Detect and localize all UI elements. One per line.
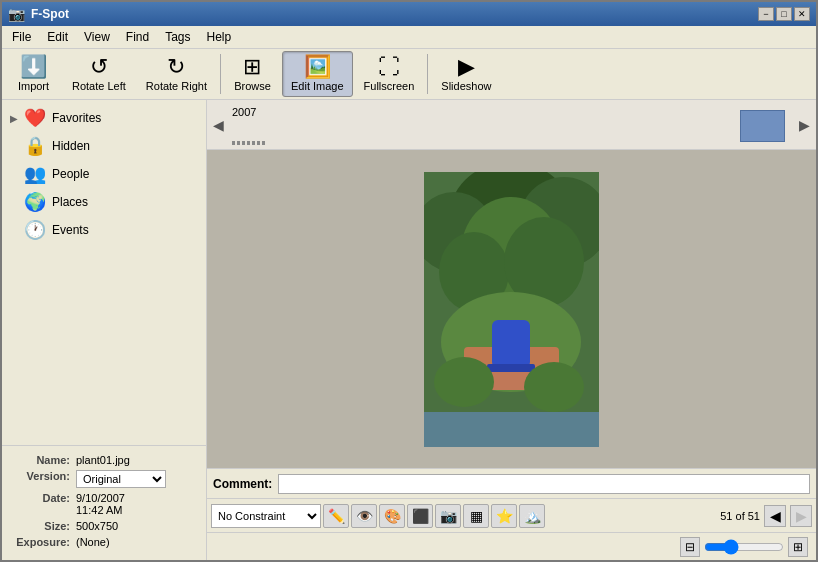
- fullscreen-label: Fullscreen: [364, 80, 415, 92]
- comment-label: Comment:: [213, 477, 272, 491]
- crop-icon: ⬛: [412, 508, 429, 524]
- page-info: 51 of 51 ◀ ▶: [720, 505, 812, 527]
- tool-sharpen[interactable]: 📷: [435, 504, 461, 528]
- edit-image-button[interactable]: 🖼️ Edit Image: [282, 51, 353, 97]
- rotate-right-label: Rotate Right: [146, 80, 207, 92]
- places-icon: 🌍: [24, 191, 46, 213]
- version-select[interactable]: Original: [76, 470, 166, 488]
- zoom-slider[interactable]: [704, 540, 784, 554]
- tool-color[interactable]: 🎨: [379, 504, 405, 528]
- timeline-selected-range[interactable]: [740, 110, 785, 142]
- menu-tags[interactable]: Tags: [159, 28, 196, 46]
- constraint-select[interactable]: No Constraint: [211, 504, 321, 528]
- name-label: Name:: [10, 454, 70, 466]
- zoom-out-button[interactable]: ⊟: [680, 537, 700, 557]
- tick-1: [232, 141, 235, 145]
- title-bar: 📷 F-Spot − □ ✕: [2, 2, 816, 26]
- menu-help[interactable]: Help: [201, 28, 238, 46]
- tool-grid[interactable]: ▦: [463, 504, 489, 528]
- menu-edit[interactable]: Edit: [41, 28, 74, 46]
- tool-crop[interactable]: ⬛: [407, 504, 433, 528]
- timeline-bar: ◀ 2007 ▶: [207, 100, 816, 150]
- sidebar-item-people[interactable]: ▶ 👥 People: [6, 160, 202, 188]
- version-label: Version:: [10, 470, 70, 482]
- timeline-scroll-left[interactable]: ◀: [209, 117, 228, 133]
- version-row: Version: Original: [10, 470, 198, 488]
- toolbar-separator-1: [220, 54, 221, 94]
- svg-rect-10: [487, 364, 535, 372]
- close-button[interactable]: ✕: [794, 7, 810, 21]
- maximize-button[interactable]: □: [776, 7, 792, 21]
- color-icon: 🎨: [384, 508, 401, 524]
- prev-button[interactable]: ◀: [764, 505, 786, 527]
- timeline-year: 2007: [232, 106, 256, 118]
- size-row: Size: 500x750: [10, 520, 198, 532]
- fullscreen-button[interactable]: ⛶ Fullscreen: [355, 51, 424, 97]
- tool-mountain[interactable]: 🏔️: [519, 504, 545, 528]
- photo-svg: [424, 172, 599, 447]
- rotate-right-button[interactable]: ↻ Rotate Right: [137, 51, 216, 97]
- tool-red-eye[interactable]: 👁️: [351, 504, 377, 528]
- toolbar: ⬇️ Import ↺ Rotate Left ↻ Rotate Right ⊞…: [2, 49, 816, 100]
- rotate-left-label: Rotate Left: [72, 80, 126, 92]
- edit-toolbar: No Constraint ✏️ 👁️ 🎨 ⬛ 📷 ▦: [207, 498, 816, 532]
- name-value: plant01.jpg: [76, 454, 198, 466]
- people-icon: 👥: [24, 163, 46, 185]
- svg-point-12: [434, 357, 494, 407]
- sidebar-item-events[interactable]: ▶ 🕐 Events: [6, 216, 202, 244]
- mountain-icon: 🏔️: [524, 508, 541, 524]
- slideshow-button[interactable]: ▶ Slideshow: [432, 51, 500, 97]
- timeline-ticks: [228, 137, 795, 145]
- zoom-in-button[interactable]: ⊞: [788, 537, 808, 557]
- edit-image-icon: 🖼️: [304, 56, 331, 78]
- menu-find[interactable]: Find: [120, 28, 155, 46]
- main-content: ▶ ❤️ Favorites ▶ 🔒 Hidden ▶ 👥 People ▶ 🌍: [2, 100, 816, 560]
- size-label: Size:: [10, 520, 70, 532]
- timeline-scroll-right[interactable]: ▶: [795, 117, 814, 133]
- hidden-icon: 🔒: [24, 135, 46, 157]
- status-bar: ⊟ ⊞: [207, 532, 816, 560]
- next-button[interactable]: ▶: [790, 505, 812, 527]
- zoom-in-icon: ⊞: [793, 540, 803, 554]
- edit-image-label: Edit Image: [291, 80, 344, 92]
- info-panel: Name: plant01.jpg Version: Original Date…: [2, 445, 206, 560]
- arrow-icon: ▶: [10, 113, 18, 124]
- main-window: 📷 F-Spot − □ ✕ File Edit View Find Tags …: [0, 0, 818, 562]
- sidebar-item-places[interactable]: ▶ 🌍 Places: [6, 188, 202, 216]
- image-area: [207, 150, 816, 468]
- tool-star[interactable]: ⭐: [491, 504, 517, 528]
- date-row: Date: 9/10/200711:42 AM: [10, 492, 198, 516]
- hidden-label: Hidden: [52, 139, 90, 153]
- photo-container: [424, 172, 599, 447]
- red-eye-icon: 👁️: [356, 508, 373, 524]
- minimize-button[interactable]: −: [758, 7, 774, 21]
- sidebar: ▶ ❤️ Favorites ▶ 🔒 Hidden ▶ 👥 People ▶ 🌍: [2, 100, 207, 560]
- tick-5: [252, 141, 255, 145]
- svg-rect-14: [424, 412, 599, 447]
- sidebar-item-favorites[interactable]: ▶ ❤️ Favorites: [6, 104, 202, 132]
- sidebar-item-hidden[interactable]: ▶ 🔒 Hidden: [6, 132, 202, 160]
- tick-3: [242, 141, 245, 145]
- import-button[interactable]: ⬇️ Import: [6, 51, 61, 97]
- name-row: Name: plant01.jpg: [10, 454, 198, 466]
- import-label: Import: [18, 80, 49, 92]
- browse-label: Browse: [234, 80, 271, 92]
- rotate-right-icon: ↻: [167, 56, 185, 78]
- import-icon: ⬇️: [20, 56, 47, 78]
- favorites-icon: ❤️: [24, 107, 46, 129]
- date-label: Date:: [10, 492, 70, 504]
- browse-icon: ⊞: [243, 56, 261, 78]
- people-label: People: [52, 167, 89, 181]
- toolbar-separator-2: [427, 54, 428, 94]
- menu-file[interactable]: File: [6, 28, 37, 46]
- slideshow-label: Slideshow: [441, 80, 491, 92]
- menu-view[interactable]: View: [78, 28, 116, 46]
- events-label: Events: [52, 223, 89, 237]
- rotate-left-button[interactable]: ↺ Rotate Left: [63, 51, 135, 97]
- events-icon: 🕐: [24, 219, 46, 241]
- comment-input[interactable]: [278, 474, 810, 494]
- tag-list: ▶ ❤️ Favorites ▶ 🔒 Hidden ▶ 👥 People ▶ 🌍: [2, 100, 206, 445]
- exposure-label: Exposure:: [10, 536, 70, 548]
- tool-pencil[interactable]: ✏️: [323, 504, 349, 528]
- browse-button[interactable]: ⊞ Browse: [225, 51, 280, 97]
